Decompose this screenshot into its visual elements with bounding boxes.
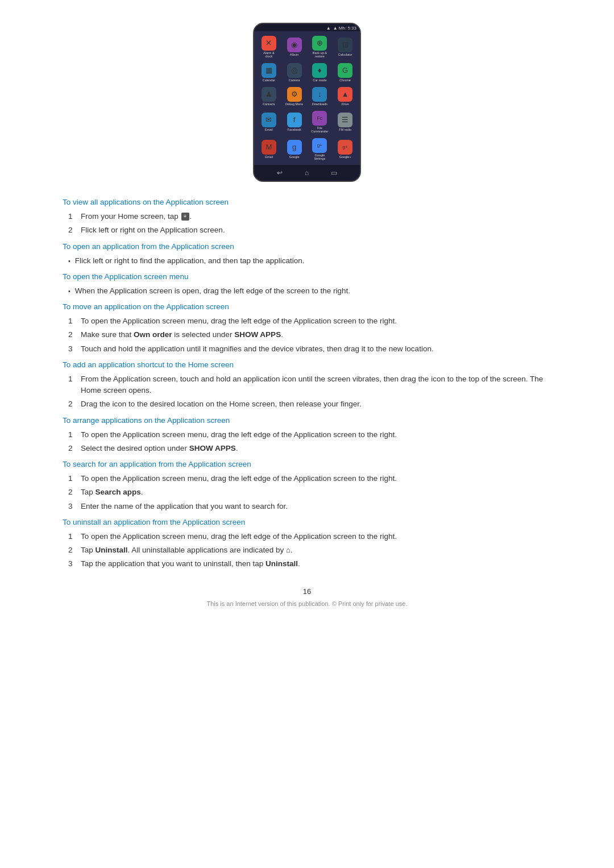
app-icon-filecommander: Fc bbox=[312, 111, 327, 126]
search-app-list: 1 To open the Application screen menu, d… bbox=[63, 473, 551, 512]
app-cell-filecommander: Fc FileCommander bbox=[308, 109, 333, 135]
list-item: 3 Touch and hold the application until i… bbox=[63, 343, 551, 355]
list-num: 2 bbox=[68, 398, 76, 410]
list-text: Enter the name of the application that y… bbox=[81, 501, 288, 512]
section-heading-open-app: To open an application from the Applicat… bbox=[63, 242, 551, 251]
section-search-app: To search for an application from the Ap… bbox=[63, 460, 551, 512]
list-text: Tap Search apps. bbox=[81, 487, 143, 498]
list-num: 1 bbox=[68, 373, 76, 397]
list-num: 2 bbox=[68, 487, 76, 498]
list-item: 2 Tap Search apps. bbox=[63, 487, 551, 498]
list-num: 1 bbox=[68, 473, 76, 484]
section-heading-search-app: To search for an application from the Ap… bbox=[63, 460, 551, 468]
phone-device: ▲ ▲ Mh: 5:33 ✕ Alarm &clock ◉ Album ⊕ Ba… bbox=[253, 23, 361, 182]
list-text: Flick left or right to find the applicat… bbox=[75, 255, 305, 267]
list-item: 2 Drag the icon to the desired location … bbox=[63, 398, 551, 410]
app-cell-calculator: ⊞ Calculator bbox=[333, 34, 358, 60]
app-icon-gmail: M bbox=[262, 140, 276, 155]
list-num: 3 bbox=[68, 558, 76, 570]
app-label-downloads: Downloads bbox=[312, 102, 327, 106]
app-label-alarm: Alarm &clock bbox=[263, 51, 275, 58]
list-text: To open the Application screen menu, dra… bbox=[81, 473, 397, 484]
app-cell-drive: ▲ Drive bbox=[333, 85, 358, 108]
list-item: 3 Enter the name of the application that… bbox=[63, 501, 551, 512]
list-num: 2 bbox=[68, 329, 76, 340]
app-label-googleplus: Google+ bbox=[339, 155, 351, 159]
app-label-google: Google bbox=[289, 155, 300, 159]
app-cell-downloads: ↓ Downloads bbox=[308, 85, 333, 108]
section-heading-uninstall-app: To uninstall an application from the App… bbox=[63, 518, 551, 526]
recents-button: ▭ bbox=[331, 169, 337, 177]
app-icon-email: ✉ bbox=[262, 113, 276, 127]
list-num: 1 bbox=[68, 531, 76, 542]
section-open-app: To open an application from the Applicat… bbox=[63, 242, 551, 267]
bold-text: Own order bbox=[134, 330, 172, 339]
app-label-backup: Back up &restore bbox=[313, 51, 327, 58]
list-num: 1 bbox=[68, 429, 76, 441]
list-item: 1 To open the Application screen menu, d… bbox=[63, 473, 551, 484]
status-text: ▲ Mh: 5:33 bbox=[333, 26, 356, 31]
list-text: Tap the application that you want to uni… bbox=[81, 558, 300, 570]
app-icon-contacts: ♟ bbox=[262, 87, 276, 102]
app-cell-chrome: G Chrome bbox=[333, 61, 358, 84]
phone-app-grid: ✕ Alarm &clock ◉ Album ⊕ Back up &restor… bbox=[254, 31, 360, 165]
home-button: ⌂ bbox=[305, 169, 309, 177]
list-item: 1 To open the Application screen menu, d… bbox=[63, 429, 551, 441]
app-label-drive: Drive bbox=[342, 102, 349, 106]
list-text: When the Application screen is open, dra… bbox=[75, 285, 350, 297]
list-text: Touch and hold the application until it … bbox=[81, 343, 434, 355]
section-heading-open-menu: To open the Application screen menu bbox=[63, 272, 551, 281]
open-app-list: • Flick left or right to find the applic… bbox=[63, 255, 551, 267]
list-text: Make sure that Own order is selected und… bbox=[81, 329, 283, 340]
list-num: 1 bbox=[68, 211, 76, 222]
app-label-facebook: Facebook bbox=[288, 128, 301, 131]
list-text: Select the desired option under SHOW APP… bbox=[81, 443, 238, 454]
section-heading-arrange-apps: To arrange applications on the Applicati… bbox=[63, 416, 551, 425]
app-cell-carmode: ♦ Car mode bbox=[308, 61, 333, 84]
app-cell-googleplus: g+ Google+ bbox=[333, 136, 358, 163]
bold-text: Search apps bbox=[96, 488, 141, 496]
app-icon-calendar: ▦ bbox=[262, 63, 276, 78]
list-item: 2 Select the desired option under SHOW A… bbox=[63, 443, 551, 454]
open-menu-list: • When the Application screen is open, d… bbox=[63, 285, 551, 297]
section-view-all: To view all applications on the Applicat… bbox=[63, 198, 551, 236]
app-cell-contacts: ♟ Contacts bbox=[256, 85, 281, 108]
bold-text: Uninstall bbox=[265, 559, 298, 568]
list-num: 2 bbox=[68, 545, 76, 556]
phone-screenshot: ▲ ▲ Mh: 5:33 ✕ Alarm &clock ◉ Album ⊕ Ba… bbox=[63, 23, 551, 182]
bold-text: SHOW APPS bbox=[189, 444, 236, 452]
section-uninstall-app: To uninstall an application from the App… bbox=[63, 518, 551, 570]
list-num: 2 bbox=[68, 225, 76, 236]
list-item: 1 To open the Application screen menu, d… bbox=[63, 315, 551, 327]
app-icon-googleplus: g+ bbox=[338, 140, 352, 155]
section-heading-move-app: To move an application on the Applicatio… bbox=[63, 302, 551, 311]
app-icon-drive: ▲ bbox=[338, 87, 352, 102]
list-item: 3 Tap the application that you want to u… bbox=[63, 558, 551, 570]
page-content: ▲ ▲ Mh: 5:33 ✕ Alarm &clock ◉ Album ⊕ Ba… bbox=[63, 0, 551, 641]
list-text: Drag the icon to the desired location on… bbox=[81, 398, 362, 410]
app-cell-googlesettings: g+ GoogleSettings bbox=[308, 136, 333, 163]
footer-text: This is an Internet version of this publ… bbox=[63, 600, 551, 607]
list-item: 2 Flick left or right on the Application… bbox=[63, 225, 551, 236]
list-item: • When the Application screen is open, d… bbox=[63, 285, 551, 297]
list-text: To open the Application screen menu, dra… bbox=[81, 531, 397, 542]
app-label-filecommander: FileCommander bbox=[311, 126, 328, 133]
back-button: ↩ bbox=[277, 169, 283, 177]
list-num: 1 bbox=[68, 315, 76, 327]
section-move-app: To move an application on the Applicatio… bbox=[63, 302, 551, 355]
phone-nav-bar: ↩ ⌂ ▭ bbox=[254, 165, 360, 181]
section-heading-add-shortcut: To add an application shortcut to the Ho… bbox=[63, 360, 551, 369]
list-item: 2 Make sure that Own order is selected u… bbox=[63, 329, 551, 340]
app-cell-email: ✉ Email bbox=[256, 109, 281, 135]
home-symbol: ⌂ bbox=[286, 546, 291, 554]
list-item: 2 Tap Uninstall. All uninstallable appli… bbox=[63, 545, 551, 556]
uninstall-app-list: 1 To open the Application screen menu, d… bbox=[63, 531, 551, 570]
app-icon-debug: ⚙ bbox=[287, 87, 302, 102]
section-open-menu: To open the Application screen menu • Wh… bbox=[63, 272, 551, 297]
list-text: From your Home screen, tap ≡. bbox=[81, 211, 192, 222]
app-cell-gmail: M Gmail bbox=[256, 136, 281, 163]
app-icon-camera: ◎ bbox=[287, 63, 302, 78]
app-label-email: Email bbox=[265, 128, 273, 131]
arrange-apps-list: 1 To open the Application screen menu, d… bbox=[63, 429, 551, 455]
app-icon-calculator: ⊞ bbox=[338, 38, 352, 52]
